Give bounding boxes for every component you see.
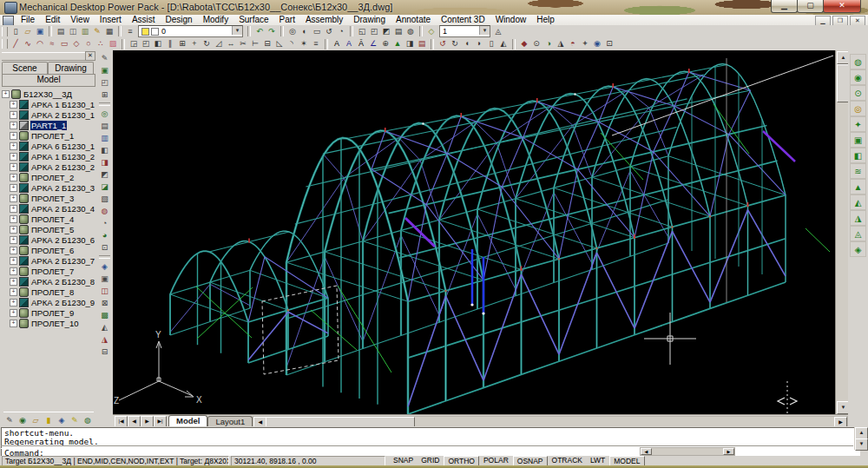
expand-icon[interactable]: + [10,320,17,327]
desktop-annotate-button[interactable]: ✎ [69,414,81,426]
arc-button[interactable]: ◠ [34,38,46,49]
tree-item-арка-2-б1230-6[interactable]: +АРКА 2 Б1230_6 [2,234,95,245]
pattern-feature-button[interactable]: ⊡ [98,241,111,254]
tree-item-пролет-5[interactable]: +ПРОЛЕТ_5 [2,224,95,234]
offset-button[interactable]: ∥ [164,38,176,49]
expand-icon[interactable]: + [10,215,17,223]
toolbar-grip[interactable] [2,27,8,36]
viewport-vscrollbar[interactable]: ▲ ▼ [835,50,849,414]
dim-leader-button[interactable]: ▲ [391,38,404,49]
insert-constraint-button[interactable]: ▩ [98,309,111,321]
polyline-button[interactable]: ∿ [22,38,34,49]
expand-icon[interactable]: + [10,236,17,244]
sweep-button[interactable]: ◧ [98,144,111,156]
assembly-constrain-button[interactable]: ◈ [98,260,111,273]
array-button[interactable]: ⊞ [176,38,188,49]
tree-item-арка-1-б1230-2[interactable]: +АРКА 1 Б1230_2 [2,151,95,161]
properties-button[interactable]: ≡ [310,38,322,49]
render-preferences-button[interactable]: ◈ [850,241,866,257]
title-bar[interactable]: Mechanical Desktop Power Pack - [D:\Rabo… [0,0,868,15]
chamfer-button[interactable]: ◺ [273,38,286,49]
desktop-regen-button[interactable]: ◍ [82,414,94,426]
expand-icon[interactable]: + [10,309,17,317]
expand-icon[interactable]: + [10,267,17,275]
tree-item-пролет-1[interactable]: +ПРОЛЕТ_1 [2,130,95,141]
materials-button[interactable]: ▣ [850,132,866,148]
part-contour-button[interactable]: ◆ [518,38,530,49]
tree-item-арка-2-б1230-7[interactable]: +АРКА 2 Б1230_7 [2,255,95,266]
toolbar-grip[interactable] [2,39,8,49]
expand-icon[interactable]: + [10,111,17,119]
tree-item-арка-1-б1230-1[interactable]: +АРКА 1 Б1230_1 [2,99,95,109]
new-sketch-button[interactable]: ◇ [425,26,437,37]
menu-help[interactable]: Help [531,15,560,25]
osnap-settings-button[interactable]: ◬ [492,26,504,37]
update-part-button[interactable]: ⊞ [98,89,111,101]
tree-item-арка-2-б1230-2[interactable]: +АРКА 2 Б1230_2 [2,161,95,172]
zoom-previous-button[interactable]: ↺ [323,26,335,37]
save-file-button[interactable]: ▣ [34,26,46,37]
menu-part[interactable]: Part [274,15,300,25]
part-fillet-button[interactable]: ◑ [542,38,555,49]
drawing-viewport[interactable]: YXZ [113,50,835,414]
desktop-edit-button[interactable]: ✎ [3,414,16,426]
part-options-button[interactable]: ⊡ [603,38,615,49]
front-view-button[interactable]: ◱ [356,26,368,37]
spline-button[interactable]: ≈ [46,38,58,49]
cmd-scroll-right-icon[interactable]: ▶ [723,448,734,455]
tree-item-арка-2-б1230-4[interactable]: +АРКА 2 Б1230_4 [2,203,95,214]
line-button[interactable]: ╱ [10,38,22,49]
power-recall-button[interactable]: ↺ [437,38,449,49]
close-button[interactable]: ✕ [823,0,861,13]
rectangle-button[interactable]: ▭ [58,38,70,49]
mapping-button[interactable]: ≋ [850,163,866,179]
scale-button[interactable]: ◿ [213,38,225,49]
minimize-button[interactable]: ▁ [771,0,798,13]
iso-view-button[interactable]: ◩ [380,26,392,37]
background-button[interactable]: ▲ [850,179,866,194]
expand-icon[interactable]: + [10,278,17,286]
work-plane-button[interactable]: ◩ [98,168,111,181]
layer-manager-button[interactable]: ≡ [124,26,136,37]
dim-center-button[interactable]: ⊕ [379,38,391,49]
expand-icon[interactable]: + [10,184,17,192]
scenes-button[interactable]: ✦ [850,116,866,132]
menu-edit[interactable]: Edit [40,15,65,25]
tree-item-пролет-9[interactable]: +ПРОЛЕТ_9 [2,307,95,318]
menu-insert[interactable]: Insert [95,15,127,25]
toggle-snap[interactable]: SNAP [390,456,417,465]
circle-button[interactable]: ○ [82,38,95,49]
new-scene-button[interactable]: ▣ [98,64,111,76]
power-copy-button[interactable]: ↻ [449,38,461,49]
expand-icon[interactable]: + [10,205,17,213]
menu-surface[interactable]: Surface [233,15,273,25]
loft-button[interactable]: ◨ [98,156,111,168]
expand-icon[interactable]: + [10,101,17,109]
fillet-feature-button[interactable]: ◔ [98,217,111,229]
edit-text-button[interactable]: Ā [355,38,367,49]
zoom-realtime-button[interactable]: ◎ [286,26,299,37]
move-button[interactable]: + [188,38,201,49]
expand-icon[interactable]: + [10,153,17,161]
power-dimension-button[interactable]: ▯ [485,38,497,49]
command-vscrollbar[interactable]: ▲ ▼ [854,427,866,450]
mate-constraint-button[interactable]: ▣ [98,273,111,285]
polygon-button[interactable]: ◇ [70,38,82,49]
new-drawing-view-button[interactable]: ◰ [98,76,111,89]
explode-button[interactable]: ✶ [298,38,310,49]
menu-assembly[interactable]: Assembly [300,15,348,25]
tree-item-пролет-2[interactable]: +ПРОЛЕТ_2 [2,172,95,182]
menu-design[interactable]: Design [161,15,198,25]
expand-icon[interactable]: + [10,174,17,181]
maximize-button[interactable]: ▢ [797,0,824,13]
toggle-lwt[interactable]: LWT [587,456,608,465]
angle-constraint-button[interactable]: ⊠ [98,297,111,309]
command-hscrollbar[interactable]: ◀ ▶ [640,447,735,456]
chamfer-feature-button[interactable]: ◕ [98,229,111,241]
3d-orbit-button[interactable]: ◍ [404,26,417,37]
work-axis-button[interactable]: ◪ [98,181,111,193]
extrude-button[interactable]: ▤ [98,120,111,132]
landscape-new-button[interactable]: ◮ [850,210,866,226]
expand-icon[interactable]: + [10,299,17,307]
tab-scene[interactable]: Scene [2,62,48,74]
